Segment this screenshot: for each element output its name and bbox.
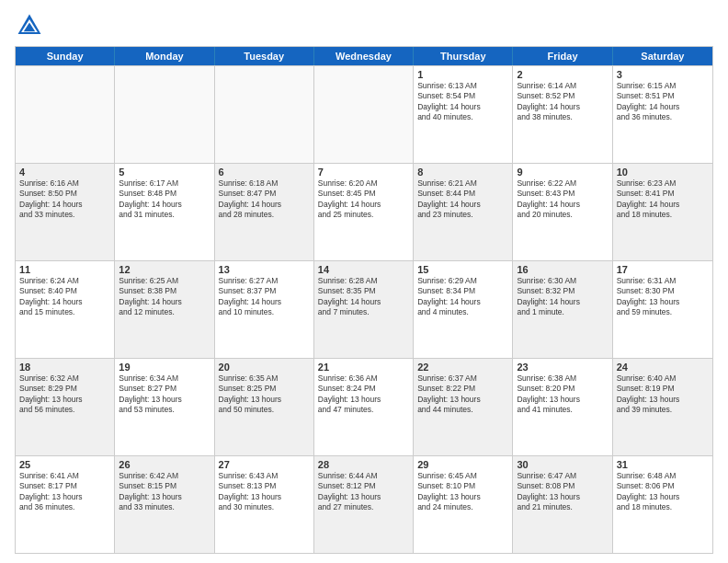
- day-info: Sunrise: 6:44 AM Sunset: 8:12 PM Dayligh…: [318, 471, 409, 513]
- header-day-friday: Friday: [513, 47, 612, 65]
- day-info: Sunrise: 6:20 AM Sunset: 8:45 PM Dayligh…: [318, 178, 409, 221]
- day-info: Sunrise: 6:43 AM Sunset: 8:13 PM Dayligh…: [219, 471, 310, 513]
- calendar-row-5: 25Sunrise: 6:41 AM Sunset: 8:17 PM Dayli…: [16, 455, 712, 553]
- calendar-cell-8: 8Sunrise: 6:21 AM Sunset: 8:44 PM Daylig…: [414, 164, 513, 260]
- day-number: 9: [517, 167, 608, 178]
- day-info: Sunrise: 6:27 AM Sunset: 8:37 PM Dayligh…: [219, 276, 310, 318]
- day-number: 12: [119, 264, 210, 275]
- day-info: Sunrise: 6:32 AM Sunset: 8:29 PM Dayligh…: [19, 373, 110, 416]
- logo-icon: [15, 11, 44, 40]
- day-number: 30: [517, 459, 608, 470]
- page: SundayMondayTuesdayWednesdayThursdayFrid…: [0, 0, 728, 563]
- calendar-row-4: 18Sunrise: 6:32 AM Sunset: 8:29 PM Dayli…: [16, 358, 712, 455]
- day-info: Sunrise: 6:16 AM Sunset: 8:50 PM Dayligh…: [19, 178, 110, 221]
- calendar-cell-17: 17Sunrise: 6:31 AM Sunset: 8:30 PM Dayli…: [613, 261, 712, 358]
- calendar-cell-empty: [16, 66, 115, 163]
- day-info: Sunrise: 6:30 AM Sunset: 8:32 PM Dayligh…: [517, 276, 608, 318]
- day-number: 14: [318, 264, 409, 275]
- calendar-cell-14: 14Sunrise: 6:28 AM Sunset: 8:35 PM Dayli…: [314, 261, 414, 358]
- calendar-cell-7: 7Sunrise: 6:20 AM Sunset: 8:45 PM Daylig…: [314, 164, 414, 260]
- calendar-cell-12: 12Sunrise: 6:25 AM Sunset: 8:38 PM Dayli…: [115, 261, 214, 358]
- day-number: 3: [617, 69, 709, 80]
- day-number: 29: [417, 459, 508, 470]
- day-number: 25: [19, 459, 110, 470]
- calendar-cell-29: 29Sunrise: 6:45 AM Sunset: 8:10 PM Dayli…: [414, 456, 513, 553]
- day-number: 8: [417, 167, 508, 178]
- day-info: Sunrise: 6:24 AM Sunset: 8:40 PM Dayligh…: [19, 276, 110, 318]
- day-info: Sunrise: 6:25 AM Sunset: 8:38 PM Dayligh…: [119, 276, 210, 318]
- calendar-cell-9: 9Sunrise: 6:22 AM Sunset: 8:43 PM Daylig…: [513, 164, 612, 260]
- day-number: 10: [617, 167, 709, 178]
- calendar-cell-10: 10Sunrise: 6:23 AM Sunset: 8:41 PM Dayli…: [613, 164, 712, 260]
- header-day-tuesday: Tuesday: [215, 47, 314, 65]
- day-info: Sunrise: 6:17 AM Sunset: 8:48 PM Dayligh…: [119, 178, 210, 221]
- day-number: 31: [617, 459, 709, 470]
- day-number: 27: [219, 459, 310, 470]
- day-info: Sunrise: 6:36 AM Sunset: 8:24 PM Dayligh…: [318, 373, 409, 416]
- calendar-cell-5: 5Sunrise: 6:17 AM Sunset: 8:48 PM Daylig…: [115, 164, 214, 260]
- header-day-sunday: Sunday: [16, 47, 115, 65]
- calendar-cell-empty: [314, 66, 414, 163]
- calendar-cell-30: 30Sunrise: 6:47 AM Sunset: 8:08 PM Dayli…: [513, 456, 612, 553]
- calendar-cell-18: 18Sunrise: 6:32 AM Sunset: 8:29 PM Dayli…: [16, 359, 115, 455]
- day-info: Sunrise: 6:29 AM Sunset: 8:34 PM Dayligh…: [417, 276, 508, 318]
- day-info: Sunrise: 6:40 AM Sunset: 8:19 PM Dayligh…: [617, 373, 709, 416]
- calendar-body: 1Sunrise: 6:13 AM Sunset: 8:54 PM Daylig…: [16, 65, 712, 553]
- day-number: 4: [19, 167, 110, 178]
- day-info: Sunrise: 6:45 AM Sunset: 8:10 PM Dayligh…: [417, 471, 508, 513]
- day-info: Sunrise: 6:23 AM Sunset: 8:41 PM Dayligh…: [617, 178, 709, 221]
- calendar-cell-15: 15Sunrise: 6:29 AM Sunset: 8:34 PM Dayli…: [414, 261, 513, 358]
- day-number: 6: [219, 167, 310, 178]
- calendar-cell-6: 6Sunrise: 6:18 AM Sunset: 8:47 PM Daylig…: [215, 164, 314, 260]
- day-info: Sunrise: 6:34 AM Sunset: 8:27 PM Dayligh…: [119, 373, 210, 416]
- calendar-cell-27: 27Sunrise: 6:43 AM Sunset: 8:13 PM Dayli…: [215, 456, 314, 553]
- calendar-cell-2: 2Sunrise: 6:14 AM Sunset: 8:52 PM Daylig…: [513, 66, 612, 163]
- day-number: 13: [219, 264, 310, 275]
- calendar: SundayMondayTuesdayWednesdayThursdayFrid…: [15, 46, 713, 554]
- header-day-thursday: Thursday: [414, 47, 513, 65]
- header-day-wednesday: Wednesday: [314, 47, 414, 65]
- day-info: Sunrise: 6:31 AM Sunset: 8:30 PM Dayligh…: [617, 276, 709, 318]
- calendar-cell-31: 31Sunrise: 6:48 AM Sunset: 8:06 PM Dayli…: [613, 456, 712, 553]
- header-day-saturday: Saturday: [613, 47, 712, 65]
- calendar-cell-19: 19Sunrise: 6:34 AM Sunset: 8:27 PM Dayli…: [115, 359, 214, 455]
- day-info: Sunrise: 6:47 AM Sunset: 8:08 PM Dayligh…: [517, 471, 608, 513]
- day-number: 15: [417, 264, 508, 275]
- day-number: 21: [318, 362, 409, 373]
- calendar-cell-21: 21Sunrise: 6:36 AM Sunset: 8:24 PM Dayli…: [314, 359, 414, 455]
- calendar-row-2: 4Sunrise: 6:16 AM Sunset: 8:50 PM Daylig…: [16, 163, 712, 260]
- day-number: 20: [219, 362, 310, 373]
- calendar-cell-4: 4Sunrise: 6:16 AM Sunset: 8:50 PM Daylig…: [16, 164, 115, 260]
- day-info: Sunrise: 6:18 AM Sunset: 8:47 PM Dayligh…: [219, 178, 310, 221]
- calendar-cell-empty: [215, 66, 314, 163]
- day-info: Sunrise: 6:22 AM Sunset: 8:43 PM Dayligh…: [517, 178, 608, 221]
- day-number: 22: [417, 362, 508, 373]
- day-info: Sunrise: 6:14 AM Sunset: 8:52 PM Dayligh…: [517, 81, 608, 123]
- calendar-cell-16: 16Sunrise: 6:30 AM Sunset: 8:32 PM Dayli…: [513, 261, 612, 358]
- day-info: Sunrise: 6:15 AM Sunset: 8:51 PM Dayligh…: [617, 81, 709, 123]
- calendar-cell-28: 28Sunrise: 6:44 AM Sunset: 8:12 PM Dayli…: [314, 456, 414, 553]
- day-number: 5: [119, 167, 210, 178]
- calendar-cell-20: 20Sunrise: 6:35 AM Sunset: 8:25 PM Dayli…: [215, 359, 314, 455]
- logo: [15, 11, 48, 40]
- day-info: Sunrise: 6:41 AM Sunset: 8:17 PM Dayligh…: [19, 471, 110, 513]
- calendar-cell-23: 23Sunrise: 6:38 AM Sunset: 8:20 PM Dayli…: [513, 359, 612, 455]
- day-info: Sunrise: 6:42 AM Sunset: 8:15 PM Dayligh…: [119, 471, 210, 513]
- calendar-cell-22: 22Sunrise: 6:37 AM Sunset: 8:22 PM Dayli…: [414, 359, 513, 455]
- header-day-monday: Monday: [115, 47, 214, 65]
- day-number: 7: [318, 167, 409, 178]
- day-number: 26: [119, 459, 210, 470]
- day-number: 18: [19, 362, 110, 373]
- day-info: Sunrise: 6:35 AM Sunset: 8:25 PM Dayligh…: [219, 373, 310, 416]
- calendar-cell-11: 11Sunrise: 6:24 AM Sunset: 8:40 PM Dayli…: [16, 261, 115, 358]
- calendar-cell-3: 3Sunrise: 6:15 AM Sunset: 8:51 PM Daylig…: [613, 66, 712, 163]
- day-number: 24: [617, 362, 709, 373]
- day-number: 19: [119, 362, 210, 373]
- day-number: 23: [517, 362, 608, 373]
- calendar-header: SundayMondayTuesdayWednesdayThursdayFrid…: [16, 47, 712, 65]
- day-number: 1: [417, 69, 508, 80]
- day-info: Sunrise: 6:37 AM Sunset: 8:22 PM Dayligh…: [417, 373, 508, 416]
- calendar-cell-13: 13Sunrise: 6:27 AM Sunset: 8:37 PM Dayli…: [215, 261, 314, 358]
- day-info: Sunrise: 6:38 AM Sunset: 8:20 PM Dayligh…: [517, 373, 608, 416]
- day-info: Sunrise: 6:48 AM Sunset: 8:06 PM Dayligh…: [617, 471, 709, 513]
